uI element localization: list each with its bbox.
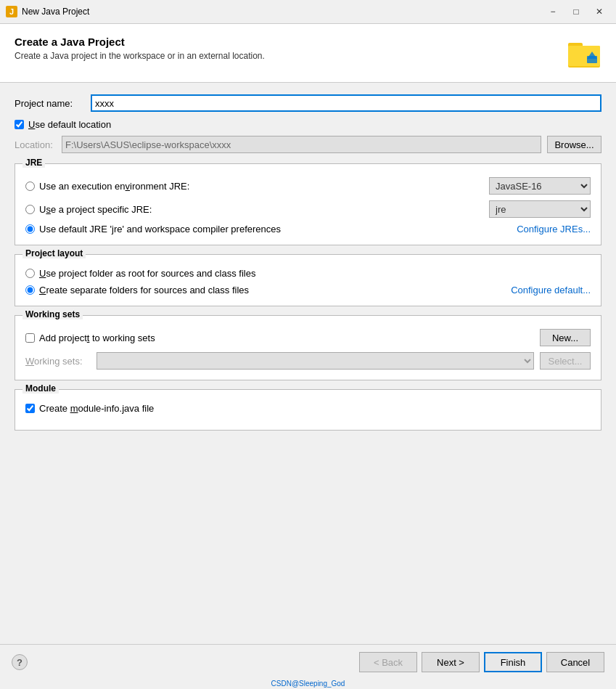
dialog-header: Create a Java Project Create a Java proj… xyxy=(0,24,616,83)
project-name-input[interactable] xyxy=(91,94,601,112)
close-button[interactable]: ✕ xyxy=(588,4,610,19)
maximize-button[interactable]: □ xyxy=(565,4,587,19)
module-section: Module Create module-info.java file xyxy=(15,389,601,431)
jre-default-radio[interactable] xyxy=(25,224,35,234)
jre-radio3-row: Use default JRE 'jre' and workspace comp… xyxy=(25,224,591,235)
folder-svg-icon xyxy=(567,36,601,70)
working-sets-select[interactable] xyxy=(96,352,534,370)
footer-left: ? xyxy=(12,654,28,670)
app-icon: J xyxy=(6,6,17,17)
layout-separate-radio[interactable] xyxy=(25,285,35,295)
configure-jres-link[interactable]: Configure JREs... xyxy=(517,224,591,235)
header-icon xyxy=(567,36,601,70)
minimize-button[interactable]: − xyxy=(542,4,564,19)
module-checkbox-row: Create module-info.java file xyxy=(25,403,591,414)
working-sets-select-row: Working sets: Select... xyxy=(25,352,591,370)
header-text: Create a Java Project Create a Java proj… xyxy=(15,36,265,61)
use-default-location-row: Use default location xyxy=(15,119,601,130)
jre-env-label: Use an execution environment JRE: xyxy=(39,181,489,192)
project-layout-title: Project layout xyxy=(22,248,86,258)
working-sets-content: Add projectt to working sets New... Work… xyxy=(25,329,591,370)
jre-section-content: Use an execution environment JRE: JavaSE… xyxy=(25,177,591,235)
title-bar: J New Java Project − □ ✕ xyxy=(0,0,616,24)
footer-right: < Back Next > Finish Cancel xyxy=(359,652,604,672)
jre-radio1-row: Use an execution environment JRE: JavaSE… xyxy=(25,177,591,195)
layout-radio2-row: Create separate folders for sources and … xyxy=(25,285,591,295)
dialog-body: Project name: Use default location Locat… xyxy=(0,83,616,644)
working-sets-title: Working sets xyxy=(22,309,83,319)
jre-radio2-row: Use a project specific JRE: jre xyxy=(25,200,591,218)
new-working-set-button[interactable]: New... xyxy=(540,329,591,346)
location-input[interactable] xyxy=(62,136,541,153)
browse-button[interactable]: Browse... xyxy=(547,136,601,153)
working-sets-section: Working sets Add projectt to working set… xyxy=(15,315,601,380)
project-layout-content: Use project folder as root for sources a… xyxy=(25,268,591,295)
jre-default-label: Use default JRE 'jre' and workspace comp… xyxy=(39,224,517,235)
add-working-sets-label: Add projectt to working sets xyxy=(39,333,540,343)
help-button[interactable]: ? xyxy=(12,654,28,670)
module-section-content: Create module-info.java file xyxy=(25,403,591,414)
back-button[interactable]: < Back xyxy=(359,652,417,672)
project-name-row: Project name: xyxy=(15,94,601,112)
working-sets-label: Working sets: xyxy=(25,356,91,367)
location-label: Location: xyxy=(15,139,62,150)
jre-specific-label: Use a project specific JRE: xyxy=(39,204,489,215)
jre-section: JRE Use an execution environment JRE: Ja… xyxy=(15,163,601,245)
header-subtitle: Create a Java project in the workspace o… xyxy=(15,51,265,61)
jre-env-dropdown-group: JavaSE-16 xyxy=(489,177,591,195)
jre-specific-radio[interactable] xyxy=(25,205,35,214)
watermark: CSDN@Sleeping_God xyxy=(0,680,616,689)
finish-button[interactable]: Finish xyxy=(484,652,542,672)
configure-default-link[interactable]: Configure default... xyxy=(511,285,591,295)
add-working-sets-row: Add projectt to working sets New... xyxy=(25,329,591,346)
jre-env-radio[interactable] xyxy=(25,182,35,191)
cancel-button[interactable]: Cancel xyxy=(546,652,604,672)
dialog-footer: ? < Back Next > Finish Cancel xyxy=(0,644,616,680)
project-layout-section: Project layout Use project folder as roo… xyxy=(15,254,601,306)
jre-env-select[interactable]: JavaSE-16 xyxy=(489,177,591,195)
jre-specific-dropdown-group: jre xyxy=(489,200,591,218)
title-bar-controls: − □ ✕ xyxy=(542,4,610,19)
module-section-title: Module xyxy=(22,383,59,394)
add-working-sets-checkbox[interactable] xyxy=(25,333,35,343)
project-name-label: Project name: xyxy=(15,98,91,109)
location-row: Location: Browse... xyxy=(15,136,601,153)
jre-specific-select[interactable]: jre xyxy=(489,200,591,218)
layout-radio1-row: Use project folder as root for sources a… xyxy=(25,268,591,279)
title-bar-text: New Java Project xyxy=(22,7,542,17)
use-default-location-checkbox[interactable] xyxy=(15,120,24,129)
use-default-location-label: Use default location xyxy=(28,119,111,130)
create-module-info-checkbox[interactable] xyxy=(25,404,35,413)
layout-root-label: Use project folder as root for sources a… xyxy=(39,268,591,279)
header-title: Create a Java Project xyxy=(15,36,265,48)
layout-separate-label: Create separate folders for sources and … xyxy=(39,285,511,295)
next-button[interactable]: Next > xyxy=(422,652,480,672)
layout-root-radio[interactable] xyxy=(25,269,35,278)
create-module-info-label: Create module-info.java file xyxy=(39,403,154,414)
select-working-set-button[interactable]: Select... xyxy=(540,352,591,370)
jre-section-title: JRE xyxy=(22,158,45,168)
